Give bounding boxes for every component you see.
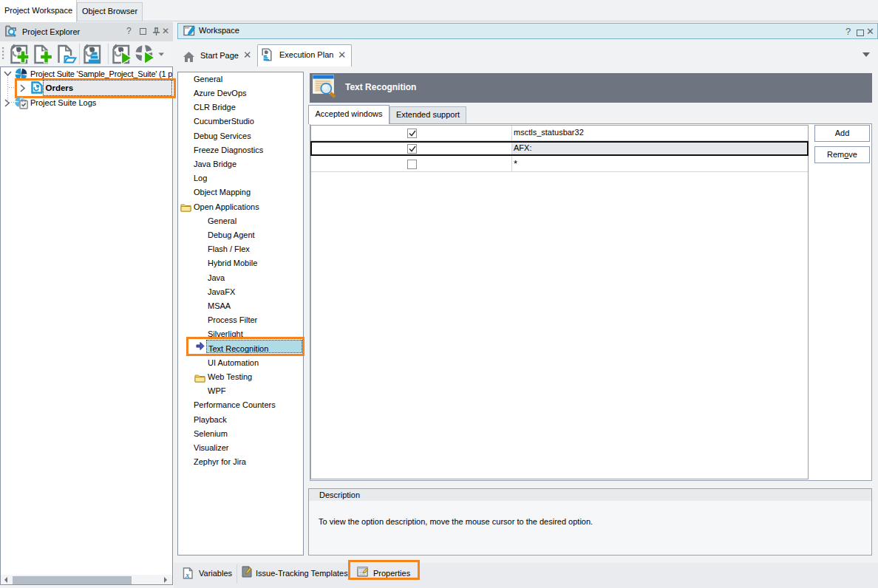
svg-text:x: x — [185, 570, 190, 579]
